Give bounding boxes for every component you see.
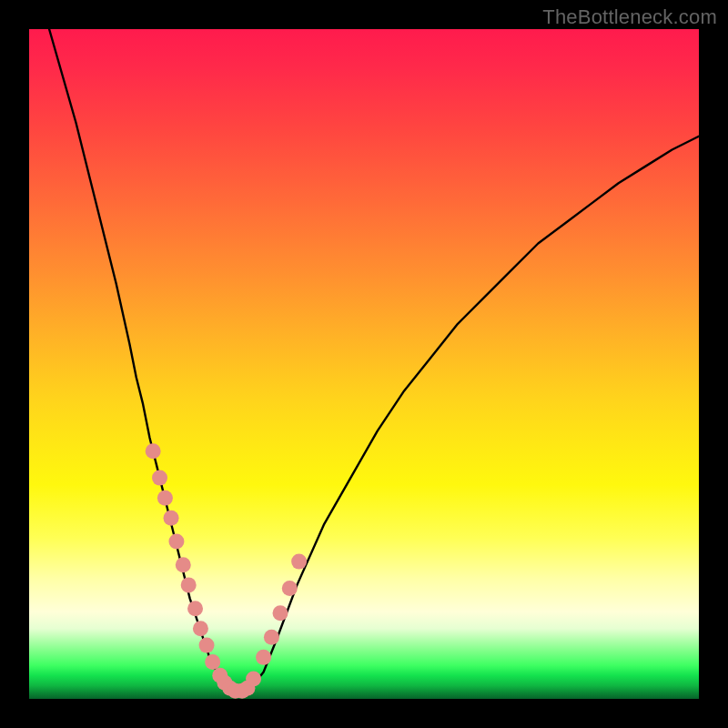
curve-marker [152,470,167,486]
bottleneck-curve [49,29,699,693]
curve-marker [176,557,191,572]
watermark-text: TheBottleneck.com [542,5,717,29]
curve-marker [146,443,161,459]
curve-marker [273,605,288,621]
curve-marker [181,577,197,592]
curve-marker [187,601,203,616]
curve-marker [291,554,307,570]
curve-marker [282,581,298,596]
curve-marker [199,638,215,653]
curve-marker [264,630,279,645]
chart-svg [29,29,699,699]
curve-marker [256,650,271,665]
curve-marker [205,654,220,670]
curve-marker [157,490,173,506]
curve-markers [146,443,307,698]
curve-marker [193,621,208,636]
plot-area [29,29,699,699]
outer-frame: TheBottleneck.com [0,0,728,728]
curve-marker [246,671,261,686]
curve-marker [168,534,184,550]
curve-marker [164,511,179,526]
